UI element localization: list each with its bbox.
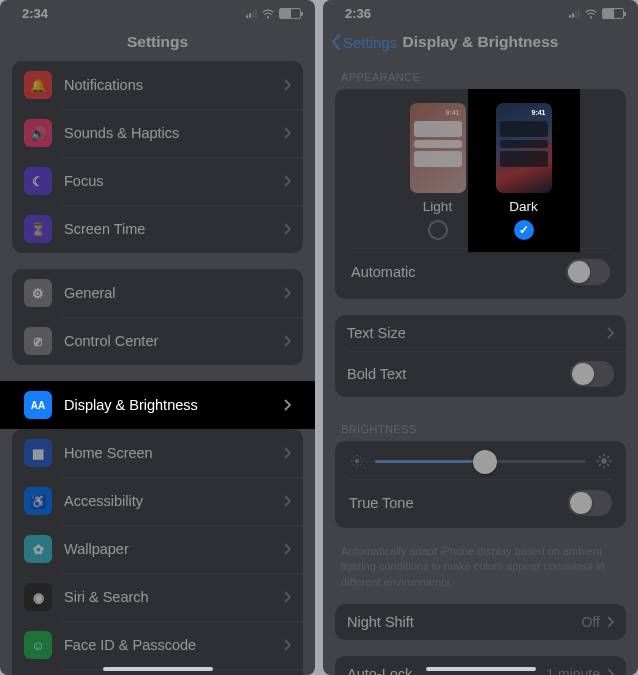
speaker-icon: 🔊 <box>24 119 52 147</box>
svg-point-11 <box>601 458 606 463</box>
row-label: Wallpaper <box>64 541 283 557</box>
svg-line-19 <box>607 456 609 458</box>
chevron-right-icon <box>283 335 291 347</box>
status-bar: 2:34 <box>0 0 315 23</box>
true-tone-toggle[interactable] <box>568 490 612 516</box>
status-time: 2:36 <box>345 6 371 21</box>
svg-line-8 <box>360 464 361 465</box>
dark-option-spotlight: 9:41 Dark <box>468 89 580 252</box>
light-preview: 9:41 <box>410 103 466 193</box>
svg-point-1 <box>590 16 591 17</box>
true-tone-row: True Tone <box>349 479 612 516</box>
svg-line-16 <box>599 456 601 458</box>
row-label: Siri & Search <box>64 589 283 605</box>
text-group: Text Size Bold Text <box>335 315 626 397</box>
bold-text-row: Bold Text <box>335 351 626 397</box>
settings-row[interactable]: 🔔 Notifications <box>12 61 303 109</box>
page-title: Settings <box>127 33 188 51</box>
chevron-right-icon <box>606 668 614 675</box>
text-size-icon: AA <box>24 391 52 419</box>
display-brightness-screen: 2:36 Settings Display & Brightness APPEA… <box>323 0 638 675</box>
row-label: Face ID & Passcode <box>64 637 283 653</box>
page-title: Display & Brightness <box>403 33 559 51</box>
chevron-right-icon <box>283 175 291 187</box>
brightness-block: True Tone <box>335 441 626 528</box>
home-indicator[interactable] <box>426 667 536 671</box>
row-label: Home Screen <box>64 445 283 461</box>
text-size-label: Text Size <box>347 325 606 341</box>
settings-row[interactable]: ◉ Siri & Search <box>12 573 303 621</box>
row-label: Display & Brightness <box>64 397 283 413</box>
bold-text-toggle[interactable] <box>570 361 614 387</box>
settings-row[interactable]: 🔊 Sounds & Haptics <box>12 109 303 157</box>
chevron-right-icon <box>283 287 291 299</box>
night-shift-row[interactable]: Night Shift Off <box>335 604 626 640</box>
battery-icon <box>602 8 624 19</box>
back-button[interactable]: Settings <box>331 34 397 51</box>
settings-row[interactable]: ✿ Wallpaper <box>12 525 303 573</box>
automatic-toggle[interactable] <box>566 259 610 285</box>
svg-point-0 <box>267 16 268 17</box>
svg-line-9 <box>353 464 354 465</box>
night-shift-value: Off <box>582 614 600 630</box>
chevron-right-icon <box>283 447 291 459</box>
display-brightness-row-highlight[interactable]: AA Display & Brightness <box>0 381 315 429</box>
auto-lock-group: Auto-Lock 1 minute <box>335 656 626 675</box>
home-indicator[interactable] <box>103 667 213 671</box>
settings-row[interactable]: ☾ Focus <box>12 157 303 205</box>
true-tone-footer: Automatically adapt iPhone display based… <box>323 538 638 594</box>
auto-lock-row[interactable]: Auto-Lock 1 minute <box>335 656 626 675</box>
chevron-right-icon <box>283 79 291 91</box>
sun-low-icon <box>349 453 365 469</box>
row-label: Sounds & Haptics <box>64 125 283 141</box>
text-size-row[interactable]: Text Size <box>335 315 626 351</box>
settings-row[interactable]: ⏳ Screen Time <box>12 205 303 253</box>
settings-row[interactable]: ▦ Home Screen <box>12 429 303 477</box>
row-label: Control Center <box>64 333 283 349</box>
chevron-right-icon <box>283 399 291 411</box>
light-radio[interactable] <box>428 220 448 240</box>
flower-icon: ✿ <box>24 535 52 563</box>
cellular-icon <box>569 9 580 18</box>
brightness-slider[interactable] <box>375 460 586 463</box>
settings-row[interactable]: ☺ Face ID & Passcode <box>12 621 303 669</box>
back-label: Settings <box>343 34 397 51</box>
chevron-right-icon <box>283 543 291 555</box>
chevron-right-icon <box>283 223 291 235</box>
chevron-right-icon <box>606 327 614 339</box>
cellular-icon <box>246 9 257 18</box>
appearance-light-option[interactable]: 9:41 Light <box>410 103 466 240</box>
settings-row[interactable]: ⚙ General <box>12 269 303 317</box>
settings-screen: 2:34 Settings 🔔 Notifications 🔊 Sounds &… <box>0 0 315 675</box>
settings-row[interactable]: ♿ Accessibility <box>12 477 303 525</box>
nav-bar: Settings <box>0 23 315 61</box>
sun-high-icon <box>596 453 612 469</box>
gear-icon: ⚙ <box>24 279 52 307</box>
moon-icon: ☾ <box>24 167 52 195</box>
dark-preview: 9:41 <box>496 103 552 193</box>
nav-bar: Settings Display & Brightness <box>323 23 638 61</box>
settings-group: ⚙ General ⎚ Control Center <box>12 269 303 365</box>
accessibility-icon: ♿ <box>24 487 52 515</box>
appearance-dark-option[interactable]: 9:41 Dark <box>478 103 570 240</box>
wifi-icon <box>584 7 598 21</box>
grid-icon: ▦ <box>24 439 52 467</box>
night-shift-label: Night Shift <box>347 614 582 630</box>
night-shift-group: Night Shift Off <box>335 604 626 640</box>
row-label: Screen Time <box>64 221 283 237</box>
settings-row[interactable]: ⎚ Control Center <box>12 317 303 365</box>
row-label: Focus <box>64 173 283 189</box>
dark-radio[interactable] <box>514 220 534 240</box>
svg-point-2 <box>355 459 359 463</box>
chevron-left-icon <box>331 34 341 50</box>
faceid-icon: ☺ <box>24 631 52 659</box>
appearance-header: APPEARANCE <box>323 61 638 89</box>
row-label: Notifications <box>64 77 283 93</box>
chevron-right-icon <box>283 639 291 651</box>
settings-group: 🔔 Notifications 🔊 Sounds & Haptics ☾ Foc… <box>12 61 303 253</box>
switches-icon: ⎚ <box>24 327 52 355</box>
row-label: Accessibility <box>64 493 283 509</box>
svg-line-7 <box>353 457 354 458</box>
siri-icon: ◉ <box>24 583 52 611</box>
svg-line-10 <box>360 457 361 458</box>
